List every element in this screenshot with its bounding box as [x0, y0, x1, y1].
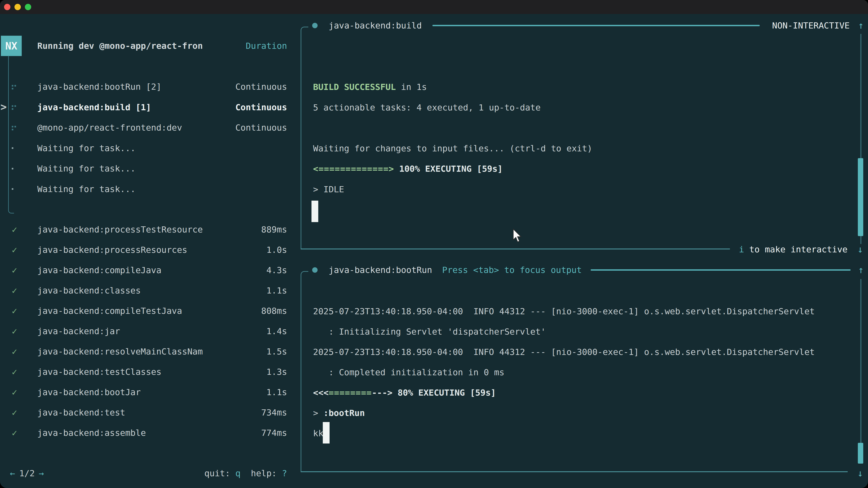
- pager-left-arrow-icon[interactable]: ←: [10, 468, 15, 478]
- task-name: java-backend:classes: [37, 286, 141, 295]
- focus-output-hint: Press <tab> to focus output: [442, 260, 582, 280]
- keyboard-hints: quit: q help: ?: [204, 463, 287, 484]
- pager-label: 1/2: [19, 468, 35, 478]
- completed-task-list: ✓ java-backend:processTestResource 889ms…: [0, 219, 301, 443]
- task-name: Waiting for task...: [37, 184, 135, 194]
- task-name: @mono-app/react-frontend:dev: [37, 123, 182, 133]
- sidebar-footer: ← 1/2 → quit: q help: ?: [0, 463, 301, 484]
- task-row-waiting[interactable]: Waiting for task...: [0, 158, 301, 179]
- task-status: Continuous: [235, 102, 287, 112]
- minimize-icon[interactable]: [14, 4, 21, 10]
- progress-tail: --->: [372, 388, 393, 398]
- task-name: java-backend:compileTestJava: [37, 306, 182, 316]
- task-row[interactable]: ✓ java-backend:test 734ms: [0, 402, 301, 423]
- build-panel-output[interactable]: BUILD SUCCESSFUL in 1s 5 actionable task…: [313, 77, 592, 199]
- selected-chevron-icon: >: [0, 102, 7, 112]
- log-line: 2025-07-23T13:40:18.950-04:00 INFO 44312…: [313, 301, 815, 322]
- task-row[interactable]: ✓ java-backend:resolveMainClassNam 1.5s: [0, 341, 301, 362]
- progress-lead: <: [313, 164, 318, 174]
- bootrun-panel-output[interactable]: 2025-07-23T13:40:18.950-04:00 INFO 44312…: [313, 301, 815, 444]
- task-row[interactable]: ✓ java-backend:compileJava 4.3s: [0, 260, 301, 281]
- noninteractive-badge: NON-INTERACTIVE: [772, 15, 850, 36]
- task-duration: 1.0s: [266, 245, 287, 255]
- build-scrollbar-thumb[interactable]: [858, 158, 863, 236]
- task-name: Waiting for task...: [37, 143, 135, 153]
- bootrun-scrollbar-thumb[interactable]: [858, 443, 863, 464]
- build-panel-header-rule: [432, 25, 760, 26]
- task-duration: 4.3s: [266, 265, 287, 275]
- bootrun-panel-header-rule: [591, 269, 850, 271]
- idle-line: > IDLE: [313, 179, 592, 200]
- check-icon: ✓: [12, 408, 37, 418]
- check-icon: ✓: [12, 387, 37, 397]
- progress-bar: =============: [318, 164, 389, 174]
- task-row-waiting[interactable]: Waiting for task...: [0, 179, 301, 199]
- task-status: Continuous: [235, 82, 287, 92]
- task-row[interactable]: ✓ java-backend:processTestResource 889ms: [0, 219, 301, 240]
- task-row-waiting[interactable]: Waiting for task...: [0, 138, 301, 159]
- task-row-bootrun[interactable]: java-backend:bootRun [2] Continuous: [0, 76, 301, 97]
- nx-logo: NX: [1, 36, 22, 56]
- task-duration: 889ms: [261, 225, 287, 234]
- help-hint-label: help:: [241, 468, 282, 478]
- mouse-cursor-icon: [512, 229, 523, 243]
- log-line: : Initializing Servlet 'dispatcherServle…: [313, 322, 815, 342]
- task-row-build-selected[interactable]: > java-backend:build [1] Continuous: [0, 97, 301, 118]
- bootrun-panel-title: java-backend:bootRun: [329, 260, 432, 280]
- progress-bar: ========: [329, 388, 372, 398]
- blank-line: [313, 118, 592, 138]
- task-name: java-backend:build [1]: [37, 102, 151, 112]
- check-icon: ✓: [12, 326, 37, 336]
- task-row[interactable]: ✓ java-backend:assemble 774ms: [0, 423, 301, 443]
- waiting-dot-icon: [12, 188, 37, 190]
- check-icon: ✓: [12, 224, 37, 235]
- task-row[interactable]: ✓ java-backend:classes 1.1s: [0, 281, 301, 301]
- pager: ← 1/2 →: [10, 463, 44, 484]
- task-duration: 1.1s: [266, 387, 287, 397]
- build-successful-text: BUILD SUCCESSFUL: [313, 82, 396, 92]
- scroll-up-icon[interactable]: ↑: [858, 15, 864, 36]
- task-row[interactable]: ✓ java-backend:jar 1.4s: [0, 321, 301, 341]
- running-task-list: java-backend:bootRun [2] Continuous > ja…: [0, 76, 301, 199]
- maximize-icon[interactable]: [25, 4, 31, 10]
- build-panel-title: java-backend:build: [329, 15, 422, 36]
- task-row[interactable]: ✓ java-backend:testClasses 1.3s: [0, 362, 301, 382]
- log-line: 2025-07-23T13:40:18.950-04:00 INFO 44312…: [313, 342, 815, 362]
- task-row[interactable]: ✓ java-backend:compileTestJava 808ms: [0, 301, 301, 321]
- scroll-down-icon[interactable]: ↓: [857, 463, 863, 484]
- task-row-frontend-dev[interactable]: @mono-app/react-frontend:dev Continuous: [0, 118, 301, 138]
- task-status: Continuous: [235, 123, 287, 133]
- check-icon: ✓: [12, 245, 37, 255]
- terminal-cursor: [311, 201, 318, 222]
- scroll-up-icon[interactable]: ↑: [858, 260, 864, 280]
- task-name: java-backend:test: [37, 408, 125, 418]
- task-name: java-backend:processTestResource: [37, 225, 203, 234]
- prompt-chevron: >: [313, 408, 323, 418]
- task-name: Waiting for task...: [37, 164, 135, 173]
- prompt-command: :bootRun: [323, 408, 365, 418]
- check-icon: ✓: [12, 265, 37, 275]
- duration-column-header: Duration: [246, 36, 287, 56]
- progress-tail: >: [389, 164, 394, 174]
- interactive-key: i: [739, 245, 744, 254]
- window-titlebar: [0, 0, 868, 14]
- task-row[interactable]: ✓ java-backend:bootJar 1.1s: [0, 382, 301, 402]
- task-name: java-backend:bootJar: [37, 387, 141, 397]
- progress-label: 100% EXECUTING [59s]: [394, 164, 502, 174]
- task-status-dot-icon: [312, 23, 318, 28]
- check-icon: ✓: [12, 346, 37, 357]
- quit-hint-label: quit:: [204, 468, 235, 478]
- close-icon[interactable]: [4, 4, 10, 10]
- pager-right-arrow-icon[interactable]: →: [39, 468, 44, 478]
- task-name: java-backend:jar: [37, 326, 120, 336]
- task-duration: 1.5s: [266, 347, 287, 357]
- task-row[interactable]: ✓ java-backend:processResources 1.0s: [0, 240, 301, 260]
- task-name: java-backend:assemble: [37, 428, 146, 438]
- check-icon: ✓: [12, 428, 37, 438]
- check-icon: ✓: [12, 306, 37, 316]
- check-icon: ✓: [12, 367, 37, 377]
- task-name: java-backend:compileJava: [37, 265, 161, 275]
- sidebar-title: Running dev @mono-app/react-fron: [37, 36, 203, 56]
- progress-lead: <<<: [313, 388, 329, 398]
- quit-key: q: [235, 468, 241, 478]
